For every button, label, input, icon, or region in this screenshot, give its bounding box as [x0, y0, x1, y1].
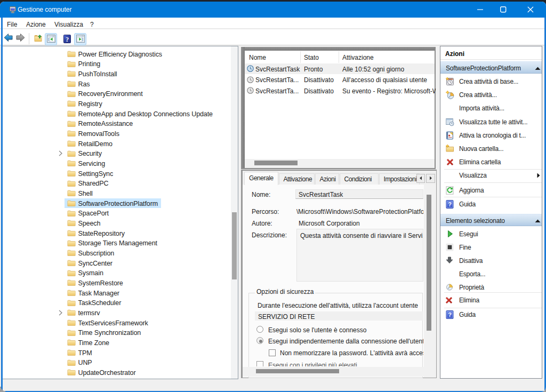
- svg-text:?: ?: [66, 36, 69, 43]
- svg-text:?: ?: [448, 311, 452, 318]
- svg-text:?: ?: [448, 201, 452, 207]
